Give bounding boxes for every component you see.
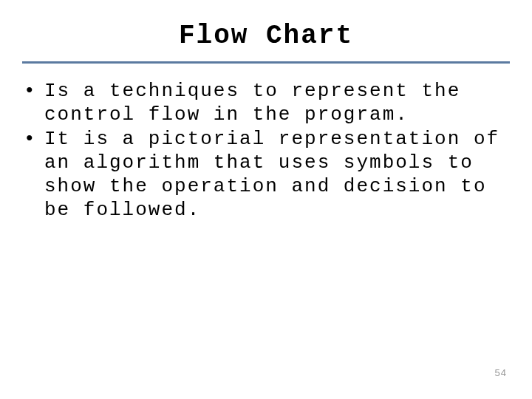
slide: Flow Chart Is a techniques to represent …	[0, 0, 532, 399]
bullet-list: Is a techniques to represent the control…	[22, 80, 510, 222]
list-item: It is a pictorial representation of an a…	[22, 128, 510, 222]
slide-title: Flow Chart	[22, 21, 510, 51]
title-divider	[22, 61, 510, 64]
page-number: 54	[495, 367, 507, 378]
list-item: Is a techniques to represent the control…	[22, 80, 510, 126]
